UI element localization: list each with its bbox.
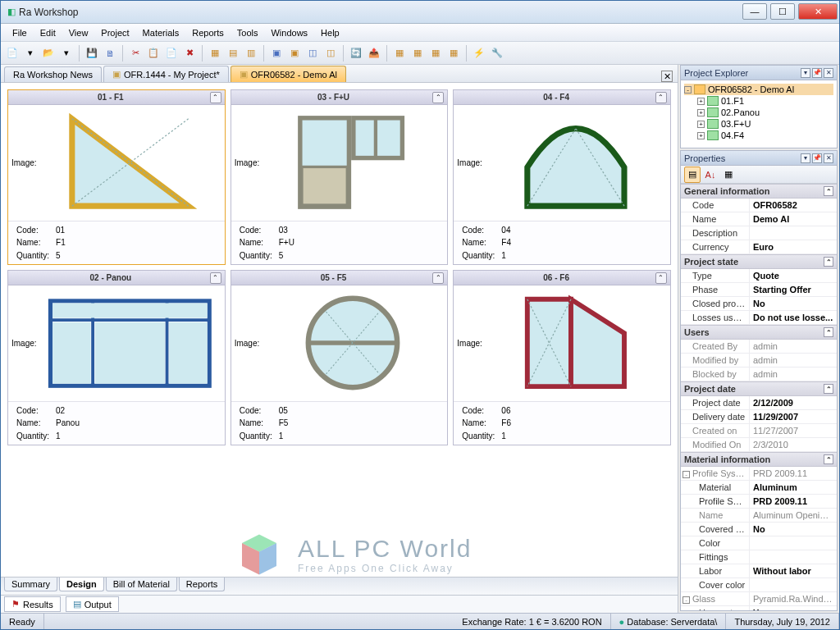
tab-ofr1444[interactable]: ▣OFR.1444 - My Project* bbox=[103, 66, 229, 82]
property-row[interactable]: Created on11/27/2007 bbox=[681, 424, 837, 438]
menu-reports[interactable]: Reports bbox=[185, 26, 231, 39]
menu-tools[interactable]: Tools bbox=[231, 26, 265, 39]
property-category[interactable]: Project date⌃ bbox=[681, 381, 837, 396]
tab-news[interactable]: Ra Workshop News bbox=[4, 66, 102, 82]
window-b[interactable]: ▣ bbox=[286, 45, 303, 62]
menu-materials[interactable]: Materials bbox=[136, 26, 186, 39]
property-row[interactable]: -Profile SystemPRD 2009.11 bbox=[681, 467, 837, 481]
proj-c[interactable]: ▦ bbox=[427, 45, 444, 62]
tool-c[interactable]: ▥ bbox=[243, 45, 259, 62]
panel-dropdown-icon[interactable]: ▾ bbox=[801, 153, 810, 163]
property-row[interactable]: Profile SystemPRD 2009.11 bbox=[681, 495, 837, 509]
window-a[interactable]: ▣ bbox=[268, 45, 285, 62]
item-card-02[interactable]: 02 - Panou⌃ Image: Code:02 Name:Panou Qu… bbox=[7, 270, 226, 445]
item-card-03[interactable]: 03 - F+U⌃ Image: Code:03 Name:F+U Quanti… bbox=[231, 89, 449, 265]
maximize-button[interactable]: ☐ bbox=[770, 3, 795, 20]
proj-d[interactable]: ▦ bbox=[445, 45, 462, 62]
panel-pin-icon[interactable]: 📌 bbox=[812, 153, 822, 163]
property-row[interactable]: CodeOFR06582 bbox=[681, 199, 837, 212]
menu-project[interactable]: Project bbox=[94, 26, 135, 39]
paste-button[interactable]: 📄 bbox=[163, 45, 180, 62]
refresh-button[interactable]: 🔄 bbox=[348, 45, 364, 62]
proj-a[interactable]: ▦ bbox=[391, 45, 408, 62]
property-row[interactable]: TypeQuote bbox=[681, 269, 837, 283]
tool-b[interactable]: ▤ bbox=[225, 45, 241, 62]
export-button[interactable]: 📤 bbox=[366, 45, 382, 62]
item-card-06[interactable]: 06 - F6⌃ Image: Code:06 Name:F6 Quantity… bbox=[453, 270, 671, 445]
tab-bom[interactable]: Bill of Material bbox=[106, 578, 177, 591]
tool-a[interactable]: ▦ bbox=[207, 45, 223, 62]
tree-item[interactable]: +02.Panou bbox=[697, 107, 833, 118]
property-row[interactable]: Use materialYes bbox=[681, 606, 837, 610]
property-category[interactable]: Users⌃ bbox=[681, 325, 837, 340]
close-tab-button[interactable]: ✕ bbox=[661, 71, 673, 82]
minimize-button[interactable]: — bbox=[742, 3, 767, 20]
proj-b[interactable]: ▦ bbox=[409, 45, 426, 62]
property-category[interactable]: Project state⌃ bbox=[681, 254, 837, 269]
open-dropdown[interactable]: ▾ bbox=[58, 45, 75, 62]
property-row[interactable]: MaterialAluminum bbox=[681, 481, 837, 495]
window-d[interactable]: ◫ bbox=[322, 45, 339, 62]
property-row[interactable]: Fittings bbox=[681, 550, 837, 564]
window-c[interactable]: ◫ bbox=[304, 45, 321, 62]
prop-tool-icon[interactable]: ▦ bbox=[720, 167, 737, 183]
property-category[interactable]: Material information⌃ bbox=[681, 452, 837, 467]
item-card-04[interactable]: 04 - F4⌃ Image: Code:04 Name:F4 Quantity… bbox=[453, 89, 671, 265]
property-row[interactable]: LaborWithout labor bbox=[681, 564, 837, 578]
property-row[interactable]: Closed projectNo bbox=[681, 297, 837, 311]
tab-summary[interactable]: Summary bbox=[4, 578, 57, 591]
collapse-icon[interactable]: ⌃ bbox=[210, 272, 221, 284]
property-row[interactable]: Description bbox=[681, 226, 837, 240]
property-row[interactable]: -GlassPyramid.Ra.Windo... bbox=[681, 592, 837, 606]
new-button[interactable]: 📄 bbox=[4, 45, 21, 62]
property-row[interactable]: CurrencyEuro bbox=[681, 240, 837, 254]
menu-help[interactable]: Help bbox=[314, 26, 346, 39]
property-row[interactable]: Project date2/12/2009 bbox=[681, 396, 837, 410]
panel-close-icon[interactable]: ✕ bbox=[824, 153, 833, 163]
property-row[interactable]: Modified byadmin bbox=[681, 354, 837, 368]
property-row[interactable]: Cover color bbox=[681, 578, 837, 592]
tree-item[interactable]: +04.F4 bbox=[697, 130, 833, 141]
property-row[interactable]: Created Byadmin bbox=[681, 340, 837, 354]
property-row[interactable]: Covered systeNo bbox=[681, 523, 837, 536]
lightning-button[interactable]: ⚡ bbox=[471, 45, 487, 62]
collapse-icon[interactable]: ⌃ bbox=[432, 92, 444, 103]
panel-close-icon[interactable]: ✕ bbox=[824, 68, 833, 78]
settings-button[interactable]: 🔧 bbox=[489, 45, 505, 62]
property-row[interactable]: Color bbox=[681, 536, 837, 550]
copy-button[interactable]: 📋 bbox=[145, 45, 162, 62]
menu-windows[interactable]: Windows bbox=[264, 26, 314, 39]
menu-view[interactable]: View bbox=[62, 26, 95, 39]
item-card-01[interactable]: 01 - F1⌃ Image: Code:01 Name:F1 Quantity… bbox=[7, 89, 226, 265]
tree-item[interactable]: +03.F+U bbox=[697, 118, 833, 130]
property-row[interactable]: Delivery date11/29/2007 bbox=[681, 410, 837, 424]
save-button[interactable]: 💾 bbox=[84, 45, 100, 62]
output-tab[interactable]: ▤Output bbox=[66, 596, 119, 612]
categorized-icon[interactable]: ▤ bbox=[684, 167, 701, 183]
panel-pin-icon[interactable]: 📌 bbox=[812, 68, 822, 78]
cut-button[interactable]: ✂ bbox=[127, 45, 144, 62]
alphabetical-icon[interactable]: A↓ bbox=[702, 167, 719, 183]
close-button[interactable]: ✕ bbox=[798, 3, 838, 20]
new-dropdown[interactable]: ▾ bbox=[22, 45, 39, 62]
tab-reports[interactable]: Reports bbox=[179, 578, 226, 591]
delete-button[interactable]: ✖ bbox=[181, 45, 198, 62]
tree-item[interactable]: +01.F1 bbox=[697, 95, 833, 107]
property-row[interactable]: PhaseStarting Offer bbox=[681, 283, 837, 297]
collapse-icon[interactable]: ⌃ bbox=[210, 92, 221, 103]
tab-design[interactable]: Design bbox=[59, 578, 104, 591]
property-row[interactable]: NameAluminum Opening ... bbox=[681, 509, 837, 523]
item-card-05[interactable]: 05 - F5⌃ Image: Code:05 Name:F5 Quantity… bbox=[231, 270, 449, 445]
results-tab[interactable]: ⚑Results bbox=[4, 596, 61, 612]
collapse-icon[interactable]: ⌃ bbox=[655, 272, 667, 284]
collapse-icon[interactable]: ⌃ bbox=[432, 272, 444, 284]
open-button[interactable]: 📂 bbox=[40, 45, 57, 62]
menu-file[interactable]: File bbox=[6, 26, 34, 39]
property-category[interactable]: General information⌃ bbox=[681, 184, 837, 199]
save-all-button[interactable]: 🗎 bbox=[102, 45, 118, 62]
property-row[interactable]: Modified On2/3/2010 bbox=[681, 438, 837, 452]
menu-edit[interactable]: Edit bbox=[34, 26, 62, 39]
collapse-icon[interactable]: ⌃ bbox=[655, 92, 667, 103]
panel-dropdown-icon[interactable]: ▾ bbox=[801, 68, 810, 78]
property-row[interactable]: Blocked byadmin bbox=[681, 368, 837, 381]
